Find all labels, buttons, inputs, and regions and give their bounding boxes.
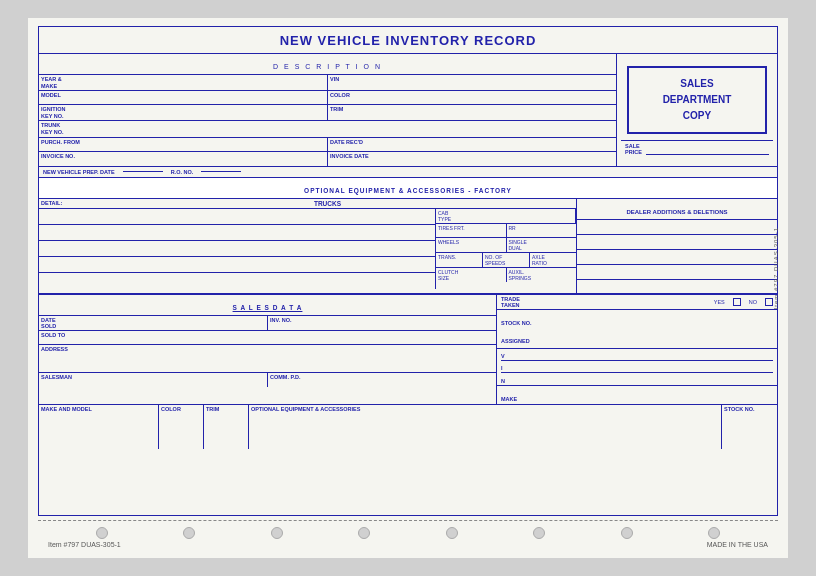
cab-type-cell: CAB TYPE [436, 209, 576, 224]
tires-frt-label: TIRES FRT. [438, 225, 465, 231]
color-cell: COLOR [159, 405, 204, 449]
no-of-speeds-cell: NO. OF SPEEDS [483, 253, 530, 267]
ignition-key-label: IGNITION KEY NO. [39, 105, 79, 120]
date-sold-label: DATE SOLD [39, 316, 74, 330]
clutch-label: CLUTCH SIZE [438, 269, 458, 281]
trim-label: TRIM [328, 105, 368, 120]
sold-to-row: SOLD TO [39, 331, 496, 345]
auxil-label: AUXIL. SPRINGS [509, 269, 532, 281]
description-left: D E S C R I P T I O N YEAR & MAKE VIN MO… [39, 54, 617, 166]
yes-label: YES [714, 299, 725, 305]
sales-dept-box: SALES DEPARTMENT COPY [627, 66, 767, 134]
date-sold-row: DATE SOLD INV. NO. [39, 316, 496, 331]
detail-lines [39, 209, 436, 289]
holes-row [38, 521, 778, 539]
dealer-rows [577, 220, 777, 295]
vin-col: VIN [328, 75, 616, 90]
n-row: N [501, 373, 773, 385]
color-col: COLOR [328, 91, 616, 104]
ignition-row: IGNITION KEY NO. TRIM [39, 105, 616, 121]
model-label: MODEL [39, 91, 79, 104]
i-label: I [501, 365, 513, 371]
sales-data-header: S A L E S D A T A [39, 295, 496, 316]
year-make-row: YEAR & MAKE VIN [39, 75, 616, 91]
bottom-trim-label: TRIM [206, 406, 219, 412]
sales-data-right: TRADE TAKEN YES NO STOCK NO. ASSIGNED V [497, 295, 777, 404]
trim-cell: TRIM [204, 405, 249, 449]
dealer-row-3 [577, 250, 777, 265]
make-label: MAKE [501, 396, 517, 402]
sale-price-label: SALE PRICE [625, 143, 642, 155]
sales-data-left: S A L E S D A T A DATE SOLD INV. NO. SOL… [39, 295, 497, 404]
address-label: ADDRESS [39, 345, 74, 372]
hole-5 [446, 527, 458, 539]
description-header-text: D E S C R I P T I O N [273, 63, 382, 70]
date-recd-col: DATE REC'D [328, 138, 616, 151]
bottom-table: MAKE AND MODEL COLOR TRIM OPTIONAL EQUIP… [39, 404, 777, 449]
i-row: I [501, 361, 773, 373]
dealer-additions: DEALER ADDITIONS & DELETIONS [577, 199, 777, 293]
description-header: D E S C R I P T I O N [39, 54, 616, 75]
dealer-header-text: DEALER ADDITIONS & DELETIONS [626, 209, 727, 215]
model-col: MODEL [39, 91, 328, 104]
purch-from-col: PURCH. FROM [39, 138, 328, 151]
prep-date-row: NEW VEHICLE PREP. DATE R.O. NO. [39, 167, 777, 178]
make-model-cell: MAKE AND MODEL [39, 405, 159, 449]
bottom-color-label: COLOR [161, 406, 181, 412]
wheels-label: WHEELS [438, 239, 459, 245]
dealer-row-5 [577, 280, 777, 295]
sales-dept-panel: SALES DEPARTMENT COPY SALE PRICE [617, 54, 777, 166]
address-row: ADDRESS [39, 345, 496, 373]
yes-no-row: YES NO [714, 298, 773, 306]
trans-row: TRANS. NO. OF SPEEDS AXLE RATIO [436, 253, 576, 268]
salesman-col: SALESMAN [39, 373, 268, 387]
model-row: MODEL COLOR [39, 91, 616, 105]
trunk-row: TRUNK KEY NO. [39, 121, 616, 137]
axle-ratio-cell: AXLE RATIO [530, 253, 576, 267]
v-row: V [501, 349, 773, 361]
hole-1 [96, 527, 108, 539]
tires-frt-cell: TIRES FRT. [436, 224, 507, 237]
trade-taken-label: TRADE TAKEN [501, 296, 520, 308]
v-label: V [501, 353, 513, 359]
opt-left-header: DETAIL: TRUCKS [39, 199, 576, 209]
optional-equipment-header-text: OPTIONAL EQUIPMENT & ACCESSORIES - FACTO… [304, 187, 512, 194]
color-label: COLOR [328, 91, 368, 104]
invoice-date-col: INVOICE DATE [328, 152, 616, 166]
trans-cell: TRANS. [436, 253, 483, 267]
n-label: N [501, 378, 513, 384]
make-row: MAKE [497, 385, 777, 406]
invoice-no-label: INVOICE NO. [39, 152, 79, 166]
vin-rows: V I N [497, 349, 777, 385]
hole-6 [533, 527, 545, 539]
dealer-row-2 [577, 235, 777, 250]
rr-cell: RR [507, 224, 577, 237]
comm-pd-col: COMM. P.D. [268, 373, 496, 387]
purch-row: PURCH. FROM DATE REC'D [39, 138, 616, 152]
sales-dept-text: SALES DEPARTMENT COPY [639, 76, 755, 124]
prep-date-label: NEW VEHICLE PREP. DATE [43, 169, 115, 175]
footer: Item #797 DUAS-305-1 MADE IN THE USA [38, 539, 778, 548]
hole-4 [358, 527, 370, 539]
tires-row: TIRES FRT. RR [436, 224, 576, 238]
salesman-row: SALESMAN COMM. P.D. [39, 373, 496, 387]
sales-line1: SALES [639, 76, 755, 92]
title-row: NEW VEHICLE INVENTORY RECORD [39, 27, 777, 54]
no-label: NO [749, 299, 757, 305]
hole-3 [271, 527, 283, 539]
form-title: NEW VEHICLE INVENTORY RECORD [280, 33, 537, 48]
invoice-date-label: INVOICE DATE [328, 152, 371, 166]
wheels-row: WHEELS SINGLE DUAL [436, 238, 576, 253]
vin-label: VIN [328, 75, 368, 90]
stock-no-label: STOCK NO. ASSIGNED [501, 320, 531, 344]
trucks-label: TRUCKS [81, 200, 574, 207]
inv-no-col: INV. NO. [268, 316, 496, 330]
yes-box [733, 298, 741, 306]
sold-to-label: SOLD TO [39, 331, 74, 344]
clutch-row: CLUTCH SIZE AUXIL. SPRINGS [436, 268, 576, 282]
invoice-row: INVOICE NO. INVOICE DATE [39, 152, 616, 166]
rr-label: RR [509, 225, 516, 231]
opt-detail-trucks: CAB TYPE TIRES FRT. RR [39, 209, 576, 289]
footer-item: Item #797 DUAS-305-1 [48, 541, 121, 548]
trucks-cols: CAB TYPE TIRES FRT. RR [436, 209, 576, 289]
